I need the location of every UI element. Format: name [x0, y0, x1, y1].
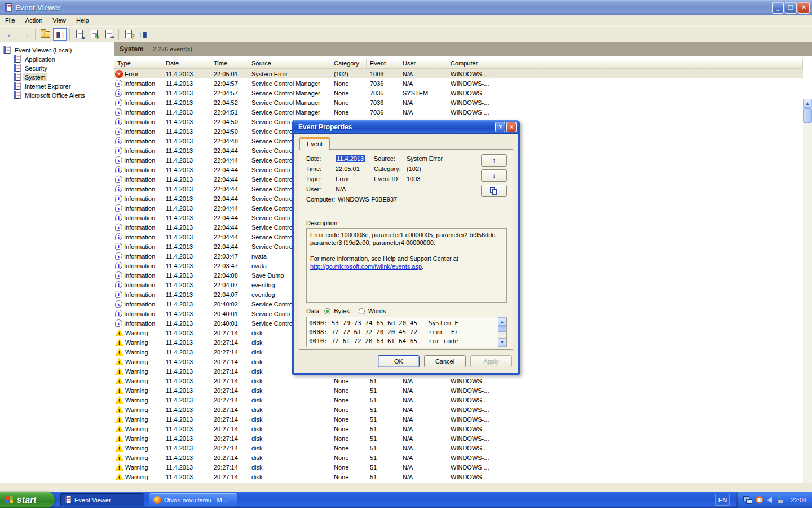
dialog-help-button[interactable]: ?	[495, 122, 505, 132]
event-row[interactable]: !Warning11.4.201320:27:14diskNone51N/AWI…	[114, 376, 803, 386]
event-type-cell: !Warning	[114, 387, 162, 394]
previous-event-button[interactable]: ↑	[481, 154, 507, 167]
event-row[interactable]: !Warning11.4.201320:27:14diskNone51N/AWI…	[114, 453, 803, 462]
dialog-close-button[interactable]: ✕	[506, 122, 517, 132]
minimize-button[interactable]: _	[772, 2, 784, 14]
column-header-source[interactable]: Source	[248, 59, 330, 69]
event-type-cell: iInformation	[114, 271, 162, 279]
taskbar-item-otvori-novu-temu-m-[interactable]: Otvori novu temu - M...	[149, 493, 237, 506]
copy-button[interactable]	[481, 185, 507, 197]
event-cell: 22:04:44	[210, 243, 248, 250]
bytes-radio[interactable]	[324, 308, 330, 314]
tree-item-internet-explorer[interactable]: Internet Explorer	[0, 82, 113, 91]
scroll-down-button[interactable]: ▼	[498, 338, 506, 347]
event-row[interactable]: !Warning11.4.201320:27:14diskNone51N/AWI…	[114, 443, 803, 453]
date-label: Date:	[306, 155, 336, 162]
event-row[interactable]: !Warning11.4.201320:27:14diskNone51N/AWI…	[114, 462, 803, 472]
toolbar-show-hide-panel-button[interactable]: ◨	[136, 28, 150, 41]
tree-item-microsoft-office-alerts[interactable]: Microsoft Office Alerts	[0, 91, 113, 100]
clock[interactable]: 22:08	[791, 497, 806, 503]
event-cell: 22:04:50	[210, 128, 248, 135]
events-link[interactable]: http://go.microsoft.com/fwlink/events.as…	[310, 263, 422, 270]
event-row[interactable]: !Warning11.4.201320:27:14diskNone51N/AWI…	[114, 386, 803, 395]
safely-remove-icon[interactable]	[776, 496, 783, 503]
hex-scrollbar[interactable]: ▲ ▼	[498, 317, 506, 347]
menu-action[interactable]: Action	[20, 15, 48, 25]
column-header-category[interactable]: Category	[330, 59, 367, 69]
column-header-date[interactable]: Date	[162, 59, 210, 69]
event-type-text: Information	[124, 195, 155, 202]
tree-item-application[interactable]: Application	[0, 55, 113, 64]
menu-help[interactable]: Help	[71, 15, 94, 25]
help-icon: ?	[498, 124, 502, 130]
show-hide-panel-icon: ◨	[139, 30, 147, 38]
tab-event[interactable]: Event	[299, 137, 330, 150]
event-type-text: Warning	[125, 416, 148, 423]
words-radio-label[interactable]: Words	[368, 308, 386, 314]
tree-item-system[interactable]: System	[0, 73, 113, 82]
description-text: Error code 1000008e, parameter1 c0000005…	[310, 231, 503, 247]
toolbar-help-button[interactable]: ?	[122, 28, 135, 41]
event-row[interactable]: ✕Error11.4.201322:05:01System Error(102)…	[114, 69, 803, 78]
event-cell: 11.4.2013	[162, 128, 210, 135]
close-button[interactable]: ✕	[798, 2, 810, 14]
vertical-scrollbar[interactable]: ▲ ▼	[803, 99, 812, 508]
column-header-event[interactable]: Event	[367, 59, 399, 69]
event-row[interactable]: !Warning11.4.201320:27:14diskNone51N/AWI…	[114, 424, 803, 433]
words-radio[interactable]	[359, 308, 365, 314]
scrollbar-thumb[interactable]	[803, 108, 812, 123]
toolbar-back-button[interactable]: ←	[4, 28, 17, 41]
toolbar-refresh-button[interactable]: ↻	[87, 28, 101, 41]
time-value: 22:05:01	[336, 165, 360, 172]
taskbar-item-event-viewer[interactable]: Event Viewer	[60, 493, 144, 506]
event-type-cell: !Warning	[114, 463, 162, 471]
next-event-button[interactable]: ↓	[481, 169, 507, 182]
scroll-up-button[interactable]: ▲	[498, 317, 506, 326]
event-row[interactable]: !Warning11.4.201320:27:14diskNone51N/AWI…	[114, 414, 803, 424]
event-cell: 22:03:47	[210, 253, 248, 260]
start-button[interactable]: start	[0, 492, 55, 508]
event-row[interactable]: iInformation11.4.201322:04:57Service Con…	[114, 88, 803, 98]
network-icon[interactable]	[743, 496, 752, 503]
bytes-radio-label[interactable]: Bytes	[334, 308, 350, 314]
event-cell: 20:27:14	[210, 435, 248, 442]
event-type-text: Warning	[125, 330, 148, 336]
toolbar-forward-button[interactable]: →	[19, 28, 32, 41]
column-header-computer[interactable]: Computer	[447, 59, 493, 69]
event-row[interactable]: !Warning11.4.201320:27:14diskNone51N/AWI…	[114, 395, 803, 405]
tree-item-security[interactable]: Security	[0, 64, 113, 73]
event-cell: 20:27:14	[210, 387, 248, 394]
event-row[interactable]: iInformation11.4.201322:04:51Service Con…	[114, 107, 803, 117]
column-header-type[interactable]: Type	[114, 59, 162, 69]
list-header: TypeDateTimeSourceCategoryEventUserCompu…	[114, 59, 803, 69]
toolbar-up-folder-button[interactable]: ↑	[38, 28, 52, 41]
scroll-up-button[interactable]: ▲	[803, 99, 812, 108]
event-row[interactable]: !Warning11.4.201320:27:14diskNone51N/AWI…	[114, 405, 803, 414]
category-value: (102)	[407, 165, 421, 172]
toolbar-console-tree-button[interactable]: ◧	[53, 28, 67, 41]
event-row[interactable]: !Warning11.4.201320:27:14diskNone51N/AWI…	[114, 472, 803, 480]
scrollbar-thumb[interactable]	[498, 326, 506, 332]
cancel-button[interactable]: Cancel	[424, 355, 466, 367]
warning-icon: !	[115, 435, 123, 442]
event-row[interactable]: iInformation11.4.201322:04:57Service Con…	[114, 78, 803, 88]
ok-button[interactable]: OK	[378, 355, 420, 367]
toolbar-export-list-button[interactable]: ⇒	[102, 28, 116, 41]
chevron-up-icon: ▲	[805, 101, 810, 106]
log-icon	[14, 64, 21, 73]
tree-root-event-viewer-local[interactable]: Event Viewer (Local)	[0, 46, 113, 55]
menu-file[interactable]: File	[0, 15, 20, 25]
event-row[interactable]: !Warning11.4.201320:27:14diskNone51N/AWI…	[114, 433, 803, 443]
language-indicator[interactable]: EN	[715, 494, 730, 506]
column-header-time[interactable]: Time	[210, 59, 248, 69]
restore-button[interactable]: ❐	[785, 2, 797, 14]
toolbar-separator	[69, 29, 70, 40]
menu-view[interactable]: View	[47, 15, 71, 25]
event-type-text: Information	[124, 176, 155, 183]
event-type-text: Information	[124, 90, 155, 97]
event-row[interactable]: iInformation11.4.201322:04:52Service Con…	[114, 98, 803, 107]
toolbar-properties-button[interactable]: ☰	[73, 28, 86, 41]
volume-icon[interactable]	[767, 497, 772, 503]
column-header-user[interactable]: User	[399, 59, 447, 69]
event-type-text: Information	[124, 99, 155, 106]
